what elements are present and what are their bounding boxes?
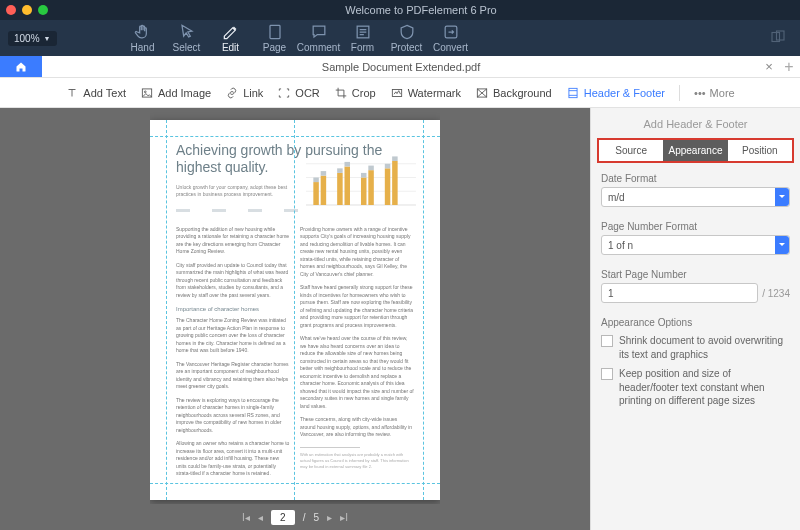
zoom-dropdown[interactable]: 100% ▼ (8, 31, 57, 46)
page-prev-button[interactable]: ◂ (258, 512, 263, 523)
tool-protect[interactable]: Protect (385, 23, 429, 53)
document-tabbar: Sample Document Extended.pdf × + (0, 56, 800, 78)
subtool-header-footer[interactable]: Header & Footer (566, 86, 665, 100)
svg-rect-17 (321, 171, 326, 176)
zoom-window-button[interactable] (38, 5, 48, 15)
new-tab-button[interactable]: + (778, 58, 800, 76)
svg-rect-15 (313, 177, 318, 182)
guide-line (150, 136, 440, 137)
document-page[interactable]: Achieving growth by pursuing the highest… (150, 120, 440, 500)
chart-placeholder (306, 150, 416, 220)
page-body-columns: Supporting the addition of new housing w… (176, 226, 414, 484)
date-format-select[interactable]: m/d (601, 187, 790, 207)
edit-icon (221, 23, 241, 41)
checkbox-icon (601, 368, 613, 380)
svg-rect-22 (361, 177, 366, 204)
start-page-input[interactable]: 1 (601, 283, 758, 303)
home-icon (14, 61, 28, 73)
svg-rect-28 (392, 161, 397, 205)
header-footer-icon (566, 86, 580, 100)
subtool-ocr[interactable]: OCR (277, 86, 319, 100)
guide-line (423, 120, 424, 500)
window-title: Welcome to PDFelement 6 Pro (48, 4, 794, 16)
main-toolbar: 100% ▼ Hand Select Edit Page Comment For… (0, 20, 800, 56)
tool-page[interactable]: Page (253, 23, 297, 53)
page-subhead: Importance of character homes (176, 305, 290, 314)
guide-line (294, 120, 295, 500)
hand-icon (133, 23, 153, 41)
page-intro: Unlock growth for your company, adopt th… (176, 184, 296, 199)
shield-icon (397, 23, 417, 41)
page-next-button[interactable]: ▸ (327, 512, 332, 523)
page-number-input[interactable]: 2 (271, 510, 295, 525)
page-first-button[interactable]: I◂ (242, 512, 250, 523)
tab-source[interactable]: Source (599, 140, 663, 161)
document-viewport: Achieving growth by pursuing the highest… (0, 108, 590, 530)
svg-rect-0 (270, 25, 280, 38)
chevron-down-icon (775, 236, 789, 254)
subtool-crop[interactable]: Crop (334, 86, 376, 100)
date-format-label: Date Format (601, 173, 790, 184)
tab-appearance[interactable]: Appearance (663, 140, 727, 161)
svg-rect-18 (337, 173, 342, 205)
start-page-total: / 1234 (762, 288, 790, 299)
guide-line (166, 120, 167, 500)
svg-rect-16 (321, 176, 326, 205)
option-keep-checkbox[interactable]: Keep position and size of header/footer … (601, 367, 790, 408)
titlebar: Welcome to PDFelement 6 Pro (0, 0, 800, 20)
subtool-add-image[interactable]: Add Image (140, 86, 211, 100)
panel-tabs: Source Appearance Position (597, 138, 794, 163)
separator (679, 85, 680, 101)
subtool-background[interactable]: Background (475, 86, 552, 100)
checkbox-icon (601, 335, 613, 347)
close-tab-button[interactable]: × (760, 59, 778, 74)
page-last-button[interactable]: ▸I (340, 512, 348, 523)
subtool-link[interactable]: Link (225, 86, 263, 100)
svg-rect-24 (368, 170, 373, 205)
svg-rect-19 (337, 168, 342, 173)
crop-icon (334, 86, 348, 100)
page-navigator: I◂ ◂ 2 / 5 ▸ ▸I (242, 504, 348, 530)
watermark-icon (390, 86, 404, 100)
chevron-down-icon: ▼ (44, 35, 51, 42)
ocr-icon (277, 86, 291, 100)
svg-rect-29 (392, 156, 397, 161)
svg-rect-20 (344, 166, 349, 204)
guide-line (150, 483, 440, 484)
svg-rect-21 (344, 162, 349, 167)
appearance-options-label: Appearance Options (601, 317, 790, 328)
svg-rect-27 (385, 164, 390, 169)
header-footer-panel: Add Header & Footer Source Appearance Po… (590, 108, 800, 530)
svg-rect-14 (313, 182, 318, 205)
subtool-watermark[interactable]: Watermark (390, 86, 461, 100)
window-controls (6, 5, 48, 15)
svg-rect-26 (385, 168, 390, 205)
document-tab-label[interactable]: Sample Document Extended.pdf (42, 61, 760, 73)
minimize-window-button[interactable] (22, 5, 32, 15)
home-button[interactable] (0, 56, 42, 77)
subtool-more[interactable]: ••• More (694, 87, 735, 99)
page-icon (265, 23, 285, 41)
svg-rect-9 (569, 88, 577, 97)
pagenum-format-label: Page Number Format (601, 221, 790, 232)
option-shrink-checkbox[interactable]: Shrink document to avoid overwriting its… (601, 334, 790, 361)
tool-edit[interactable]: Edit (209, 23, 253, 53)
subtool-add-text[interactable]: Add Text (65, 86, 126, 100)
more-icon: ••• (694, 87, 706, 99)
tool-hand[interactable]: Hand (121, 23, 165, 53)
tool-form[interactable]: Form (341, 23, 385, 53)
pagenum-format-select[interactable]: 1 of n (601, 235, 790, 255)
background-icon (475, 86, 489, 100)
tool-select[interactable]: Select (165, 23, 209, 53)
comment-icon (309, 23, 329, 41)
tab-position[interactable]: Position (728, 140, 792, 161)
panel-title: Add Header & Footer (591, 108, 800, 138)
svg-rect-23 (361, 173, 366, 178)
start-page-label: Start Page Number (601, 269, 790, 280)
text-icon (65, 86, 79, 100)
page-sep: / (303, 512, 306, 523)
tool-batch[interactable] (756, 28, 800, 48)
close-window-button[interactable] (6, 5, 16, 15)
tool-convert[interactable]: Convert (429, 23, 473, 53)
tool-comment[interactable]: Comment (297, 23, 341, 53)
